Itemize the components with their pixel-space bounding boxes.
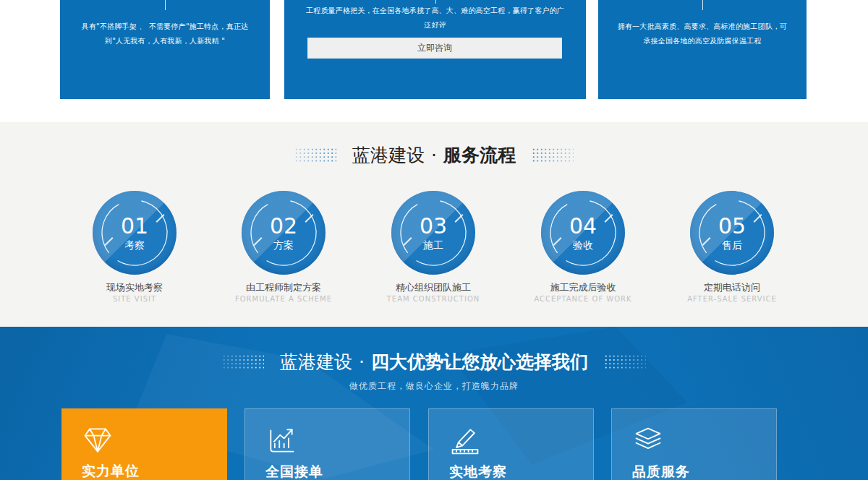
step-name: 考察 bbox=[124, 239, 145, 252]
intro-cards-section: 具有"不搭脚手架 、 不需要停产"施工特点，真正达到"人无我有，人有我新，人新我… bbox=[0, 0, 868, 122]
divider bbox=[702, 0, 703, 10]
process-step: 02 方案 由工程师制定方案 FORMULATE A SCHEME bbox=[218, 191, 349, 314]
advantages-section: 蓝港建设 · 四大优势让您放心选择我们 做优质工程，做良心企业，打造魄力品牌 实… bbox=[0, 327, 868, 480]
advantage-title: 品质服务 bbox=[632, 463, 690, 480]
step-description: 现场实地考察 bbox=[69, 281, 200, 294]
process-step: 03 施工 精心组织团队施工 TEAM CONSTRUCTION bbox=[368, 191, 498, 314]
step-description-en: TEAM CONSTRUCTION bbox=[368, 295, 498, 303]
step-description: 定期电话访问 bbox=[667, 281, 797, 294]
intro-card-text: 工程质量严格把关，在全国各地承揽了高、大、难的高空工程，赢得了客户的广泛好评 bbox=[305, 4, 566, 33]
divider bbox=[165, 0, 166, 10]
title-separator: · bbox=[431, 145, 437, 166]
layers-icon bbox=[632, 425, 664, 457]
dots-decoration-icon bbox=[222, 354, 264, 369]
brand-name: 蓝港建设 bbox=[352, 143, 425, 167]
step-number: 05 bbox=[718, 215, 746, 238]
step-circle-badge: 03 施工 bbox=[391, 191, 475, 275]
step-description: 施工完成后验收 bbox=[518, 281, 648, 294]
title-separator: · bbox=[359, 351, 365, 372]
step-description: 由工程师制定方案 bbox=[218, 281, 349, 294]
advantage-title: 实力单位 bbox=[82, 462, 140, 480]
growth-chart-icon bbox=[265, 425, 297, 457]
step-description-en: AFTER-SALE SERVICE bbox=[667, 295, 797, 303]
process-section-title: 蓝港建设 · 服务流程 bbox=[0, 142, 868, 168]
service-process-section: 蓝港建设 · 服务流程 01 考察 现场实地考察 SITE VISIT bbox=[0, 122, 868, 327]
step-circle-badge: 04 验收 bbox=[541, 191, 625, 275]
intro-card-quality: 工程质量严格把关，在全国各地承揽了高、大、难的高空工程，赢得了客户的广泛好评 立… bbox=[284, 0, 586, 99]
step-circle-badge: 01 考察 bbox=[93, 191, 176, 275]
advantages-subtitle: 做优质工程，做良心企业，打造魄力品牌 bbox=[0, 380, 868, 393]
advantage-card-strength[interactable]: 实力单位 STRENGTH UNIT bbox=[61, 408, 227, 480]
advantages-title-text: 四大优势让您放心选择我们 bbox=[371, 350, 588, 374]
intro-card-text: 拥有一大批高素质、高要求、高标准的施工团队，可承接全国各地的高空及防腐保温工程 bbox=[615, 20, 790, 48]
process-step: 04 验收 施工完成后验收 ACCEPTANCE OF WORK bbox=[518, 191, 648, 314]
dots-decoration-icon bbox=[294, 147, 336, 162]
step-name: 售后 bbox=[722, 239, 742, 252]
process-step: 05 售后 定期电话访问 AFTER-SALE SERVICE bbox=[667, 191, 797, 314]
step-circle-badge: 02 方案 bbox=[242, 191, 326, 275]
consult-now-button[interactable]: 立即咨询 bbox=[307, 38, 562, 59]
dots-decoration-icon bbox=[604, 354, 646, 369]
step-description-en: SITE VISIT bbox=[69, 295, 200, 303]
step-number: 04 bbox=[569, 215, 597, 238]
diamond-icon bbox=[82, 424, 114, 456]
step-name: 方案 bbox=[273, 239, 294, 252]
step-number: 02 bbox=[270, 215, 297, 238]
intro-card-feature: 具有"不搭脚手架 、 不需要停产"施工特点，真正达到"人无我有，人有我新，人新我… bbox=[60, 0, 270, 99]
dots-decoration-icon bbox=[532, 147, 574, 162]
process-step: 01 考察 现场实地考察 SITE VISIT bbox=[69, 191, 200, 314]
intro-card-team: 拥有一大批高素质、高要求、高标准的施工团队，可承接全国各地的高空及防腐保温工程 bbox=[598, 0, 807, 99]
step-name: 验收 bbox=[573, 239, 593, 252]
advantages-section-title: 蓝港建设 · 四大优势让您放心选择我们 bbox=[0, 348, 868, 374]
brand-name: 蓝港建设 bbox=[280, 350, 352, 374]
advantage-card-orders[interactable]: 全国接单 ORDER ACCEPTANCE bbox=[244, 408, 410, 480]
advantage-card-investigation[interactable]: 实地考察 INVESTIGATION bbox=[428, 408, 594, 480]
advantage-title: 全国接单 bbox=[265, 463, 323, 480]
landing-page: 具有"不搭脚手架 、 不需要停产"施工特点，真正达到"人无我有，人有我新，人新我… bbox=[0, 0, 868, 480]
step-description-en: FORMULATE A SCHEME bbox=[218, 295, 349, 303]
pencil-ruler-icon bbox=[449, 425, 481, 457]
step-number: 01 bbox=[121, 215, 148, 238]
intro-card-text: 具有"不搭脚手架 、 不需要停产"施工特点，真正达到"人无我有，人有我新，人新我… bbox=[77, 20, 252, 48]
process-title-text: 服务流程 bbox=[443, 143, 516, 167]
step-number: 03 bbox=[420, 215, 447, 238]
step-description: 精心组织团队施工 bbox=[368, 281, 498, 294]
advantage-title: 实地考察 bbox=[449, 463, 507, 480]
step-description-en: ACCEPTANCE OF WORK bbox=[518, 295, 648, 303]
step-name: 施工 bbox=[423, 239, 443, 252]
step-circle-badge: 05 售后 bbox=[690, 191, 774, 275]
advantage-card-quality[interactable]: 品质服务 QUALITY SERVICE bbox=[611, 408, 777, 480]
